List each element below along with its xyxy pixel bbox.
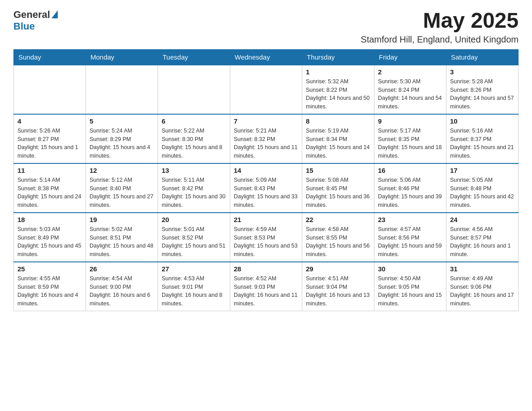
day-number: 6 <box>162 117 226 125</box>
calendar-day-cell: 23Sunrise: 4:57 AMSunset: 8:56 PMDayligh… <box>374 213 446 262</box>
day-info: Sunrise: 5:21 AMSunset: 8:32 PMDaylight:… <box>234 127 298 160</box>
day-info: Sunrise: 4:59 AMSunset: 8:53 PMDaylight:… <box>234 225 298 259</box>
calendar-day-cell: 18Sunrise: 5:03 AMSunset: 8:49 PMDayligh… <box>14 213 86 262</box>
day-info: Sunrise: 5:09 AMSunset: 8:43 PMDaylight:… <box>234 176 298 210</box>
day-number: 25 <box>17 265 82 273</box>
calendar-day-cell: 7Sunrise: 5:21 AMSunset: 8:32 PMDaylight… <box>230 114 302 163</box>
day-number: 20 <box>162 216 226 223</box>
day-info: Sunrise: 5:02 AMSunset: 8:51 PMDaylight:… <box>90 225 154 259</box>
calendar-day-cell: 24Sunrise: 4:56 AMSunset: 8:57 PMDayligh… <box>446 213 519 262</box>
day-info: Sunrise: 5:28 AMSunset: 8:26 PMDaylight:… <box>450 77 515 111</box>
calendar-day-cell: 31Sunrise: 4:49 AMSunset: 9:06 PMDayligh… <box>446 262 519 311</box>
calendar-day-cell: 13Sunrise: 5:11 AMSunset: 8:42 PMDayligh… <box>158 163 230 213</box>
day-number: 12 <box>90 167 154 174</box>
calendar-header-row: SundayMondayTuesdayWednesdayThursdayFrid… <box>14 49 519 65</box>
day-number: 19 <box>90 216 154 223</box>
day-number: 11 <box>17 167 82 174</box>
calendar-day-cell: 15Sunrise: 5:08 AMSunset: 8:45 PMDayligh… <box>302 163 374 213</box>
calendar-day-cell: 8Sunrise: 5:19 AMSunset: 8:34 PMDaylight… <box>302 114 374 163</box>
calendar-day-cell: 16Sunrise: 5:06 AMSunset: 8:46 PMDayligh… <box>374 163 446 213</box>
calendar-day-cell: 27Sunrise: 4:53 AMSunset: 9:01 PMDayligh… <box>158 262 230 311</box>
day-info: Sunrise: 5:32 AMSunset: 8:22 PMDaylight:… <box>306 77 370 111</box>
day-info: Sunrise: 4:56 AMSunset: 8:57 PMDaylight:… <box>450 225 515 259</box>
calendar-day-cell: 4Sunrise: 5:26 AMSunset: 8:27 PMDaylight… <box>14 114 86 163</box>
day-number: 2 <box>378 68 442 76</box>
day-number: 13 <box>162 167 226 174</box>
day-number: 15 <box>306 167 370 174</box>
day-number: 21 <box>234 216 298 223</box>
day-info: Sunrise: 5:14 AMSunset: 8:38 PMDaylight:… <box>17 176 82 210</box>
day-number: 31 <box>450 265 515 273</box>
day-number: 3 <box>450 68 515 76</box>
calendar-day-cell: 21Sunrise: 4:59 AMSunset: 8:53 PMDayligh… <box>230 213 302 262</box>
calendar-day-cell <box>158 65 230 114</box>
calendar-day-cell: 9Sunrise: 5:17 AMSunset: 8:35 PMDaylight… <box>374 114 446 163</box>
day-number: 8 <box>306 117 370 125</box>
day-number: 18 <box>17 216 82 223</box>
calendar-week-row: 18Sunrise: 5:03 AMSunset: 8:49 PMDayligh… <box>14 213 519 262</box>
calendar-day-cell: 20Sunrise: 5:01 AMSunset: 8:52 PMDayligh… <box>158 213 230 262</box>
calendar-day-cell: 19Sunrise: 5:02 AMSunset: 8:51 PMDayligh… <box>86 213 158 262</box>
calendar-day-cell: 12Sunrise: 5:12 AMSunset: 8:40 PMDayligh… <box>86 163 158 213</box>
day-info: Sunrise: 5:30 AMSunset: 8:24 PMDaylight:… <box>378 77 442 111</box>
day-info: Sunrise: 5:06 AMSunset: 8:46 PMDaylight:… <box>378 176 442 210</box>
logo-blue-text: Blue <box>13 21 35 32</box>
day-number: 7 <box>234 117 298 125</box>
calendar-week-row: 1Sunrise: 5:32 AMSunset: 8:22 PMDaylight… <box>14 65 519 114</box>
day-info: Sunrise: 5:05 AMSunset: 8:48 PMDaylight:… <box>450 176 515 210</box>
page-header: General Blue May 2025 Stamford Hill, Eng… <box>13 9 519 45</box>
day-info: Sunrise: 4:49 AMSunset: 9:06 PMDaylight:… <box>450 274 515 308</box>
day-number: 28 <box>234 265 298 273</box>
calendar-week-row: 25Sunrise: 4:55 AMSunset: 8:59 PMDayligh… <box>14 262 519 311</box>
day-info: Sunrise: 5:26 AMSunset: 8:27 PMDaylight:… <box>17 127 82 160</box>
calendar-day-cell <box>14 65 86 114</box>
calendar-day-cell: 2Sunrise: 5:30 AMSunset: 8:24 PMDaylight… <box>374 65 446 114</box>
day-number: 27 <box>162 265 226 273</box>
logo-general-text: General <box>13 9 50 21</box>
day-info: Sunrise: 5:08 AMSunset: 8:45 PMDaylight:… <box>306 176 370 210</box>
logo: General Blue <box>13 9 58 32</box>
day-number: 16 <box>378 167 442 174</box>
title-block: May 2025 Stamford Hill, England, United … <box>361 9 519 45</box>
day-info: Sunrise: 4:51 AMSunset: 9:04 PMDaylight:… <box>306 274 370 308</box>
day-number: 4 <box>17 117 82 125</box>
day-info: Sunrise: 5:11 AMSunset: 8:42 PMDaylight:… <box>162 176 226 210</box>
calendar-day-cell: 6Sunrise: 5:22 AMSunset: 8:30 PMDaylight… <box>158 114 230 163</box>
calendar-header-tuesday: Tuesday <box>158 49 230 65</box>
calendar-header-monday: Monday <box>86 49 158 65</box>
day-info: Sunrise: 4:50 AMSunset: 9:05 PMDaylight:… <box>378 274 442 308</box>
location-subtitle: Stamford Hill, England, United Kingdom <box>361 34 519 45</box>
day-info: Sunrise: 5:24 AMSunset: 8:29 PMDaylight:… <box>90 127 154 160</box>
day-info: Sunrise: 4:57 AMSunset: 8:56 PMDaylight:… <box>378 225 442 259</box>
day-number: 29 <box>306 265 370 273</box>
calendar-day-cell: 5Sunrise: 5:24 AMSunset: 8:29 PMDaylight… <box>86 114 158 163</box>
day-info: Sunrise: 5:22 AMSunset: 8:30 PMDaylight:… <box>162 127 226 160</box>
calendar-header-saturday: Saturday <box>446 49 519 65</box>
calendar-day-cell: 3Sunrise: 5:28 AMSunset: 8:26 PMDaylight… <box>446 65 519 114</box>
day-number: 23 <box>378 216 442 223</box>
calendar-header-friday: Friday <box>374 49 446 65</box>
day-info: Sunrise: 4:58 AMSunset: 8:55 PMDaylight:… <box>306 225 370 259</box>
calendar-day-cell: 26Sunrise: 4:54 AMSunset: 9:00 PMDayligh… <box>86 262 158 311</box>
calendar-day-cell: 29Sunrise: 4:51 AMSunset: 9:04 PMDayligh… <box>302 262 374 311</box>
day-info: Sunrise: 5:19 AMSunset: 8:34 PMDaylight:… <box>306 127 370 160</box>
calendar-day-cell <box>230 65 302 114</box>
calendar-day-cell: 11Sunrise: 5:14 AMSunset: 8:38 PMDayligh… <box>14 163 86 213</box>
calendar-day-cell: 10Sunrise: 5:16 AMSunset: 8:37 PMDayligh… <box>446 114 519 163</box>
day-info: Sunrise: 5:12 AMSunset: 8:40 PMDaylight:… <box>90 176 154 210</box>
calendar-day-cell: 28Sunrise: 4:52 AMSunset: 9:03 PMDayligh… <box>230 262 302 311</box>
day-info: Sunrise: 4:55 AMSunset: 8:59 PMDaylight:… <box>17 274 82 308</box>
month-year-title: May 2025 <box>361 9 519 33</box>
calendar-week-row: 11Sunrise: 5:14 AMSunset: 8:38 PMDayligh… <box>14 163 519 213</box>
day-info: Sunrise: 4:53 AMSunset: 9:01 PMDaylight:… <box>162 274 226 308</box>
calendar-day-cell <box>86 65 158 114</box>
calendar-day-cell: 30Sunrise: 4:50 AMSunset: 9:05 PMDayligh… <box>374 262 446 311</box>
logo-arrow-icon <box>51 10 58 18</box>
day-number: 30 <box>378 265 442 273</box>
day-number: 24 <box>450 216 515 223</box>
day-number: 14 <box>234 167 298 174</box>
day-number: 10 <box>450 117 515 125</box>
calendar-header-sunday: Sunday <box>14 49 86 65</box>
calendar-day-cell: 17Sunrise: 5:05 AMSunset: 8:48 PMDayligh… <box>446 163 519 213</box>
calendar-day-cell: 14Sunrise: 5:09 AMSunset: 8:43 PMDayligh… <box>230 163 302 213</box>
